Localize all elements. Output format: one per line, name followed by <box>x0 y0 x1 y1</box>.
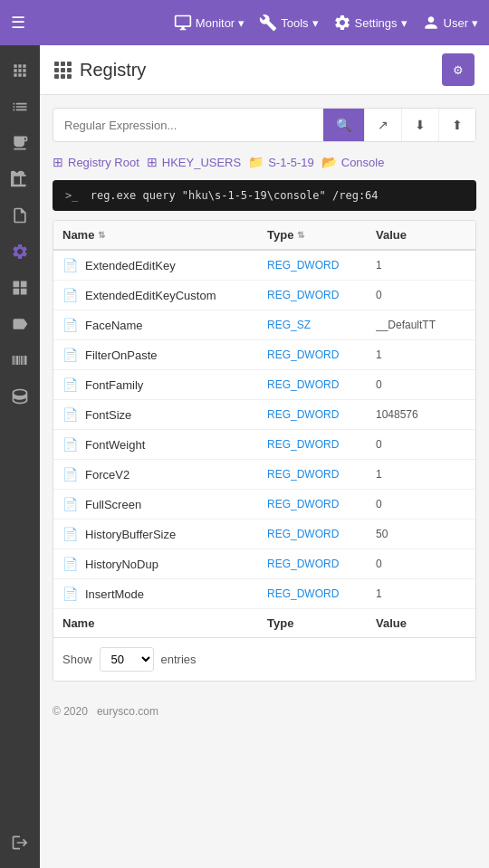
sidebar-item-windows[interactable] <box>4 272 36 304</box>
settings-label: Settings <box>355 16 398 30</box>
download-button[interactable]: ⬇ <box>401 109 438 141</box>
command-bar: >_ reg.exe query "hku\s-1-5-19\console" … <box>53 180 476 211</box>
table-row[interactable]: 📄ForceV2 REG_DWORD 1 <box>53 460 475 490</box>
sidebar-item-network[interactable] <box>4 54 36 87</box>
file-icon: 📄 <box>62 467 78 482</box>
pill-s-1-5-19-label: S-1-5-19 <box>268 156 314 169</box>
show-label: Show <box>62 653 92 666</box>
tools-label: Tools <box>281 16 308 30</box>
pill-console-label: Console <box>341 156 385 169</box>
col-value-header: Value <box>376 228 466 242</box>
table-row[interactable]: 📄InsertMode REG_DWORD 1 <box>53 579 475 609</box>
sidebar-item-list[interactable] <box>4 127 36 159</box>
table-row[interactable]: 📄ExtendedEditKey REG_DWORD 1 <box>53 251 475 281</box>
sidebar-item-barcode[interactable] <box>4 344 36 377</box>
table-row[interactable]: 📄HistoryBufferSize REG_DWORD 50 <box>53 520 475 549</box>
file-icon: 📄 <box>62 258 78 272</box>
pill-registry-root-label: Registry Root <box>68 156 139 169</box>
table-row[interactable]: 📄FaceName REG_SZ __DefaultTT <box>53 310 475 340</box>
cmd-prompt: >_ <box>65 189 78 202</box>
file-icon: 📄 <box>62 497 78 511</box>
sidebar-item-chart[interactable] <box>4 91 36 123</box>
settings-button[interactable]: Settings ▾ <box>333 14 408 32</box>
table-row[interactable]: 📄FullScreen REG_DWORD 0 <box>53 490 475 520</box>
table-header: Name ⇅ Type ⇅ Value <box>53 221 475 251</box>
table-row[interactable]: 📄ExtendedEditKeyCustom REG_DWORD 0 <box>53 281 475 310</box>
grid-icon <box>54 62 71 78</box>
file-icon-red: 📄 <box>62 318 78 332</box>
monitor-label: Monitor <box>196 16 235 30</box>
pill-console[interactable]: 📂 Console <box>321 155 385 169</box>
page-title: Registry <box>80 60 146 81</box>
file-icon: 📄 <box>62 437 78 452</box>
entries-select[interactable]: 10 25 50 100 <box>100 647 154 672</box>
top-nav: ☰ Monitor ▾ Tools ▾ Settings ▾ User ▾ <box>0 0 489 45</box>
col-type-header[interactable]: Type ⇅ <box>267 228 367 242</box>
sidebar <box>0 45 40 868</box>
entries-label: entries <box>161 653 197 666</box>
folder-open-icon: 📂 <box>321 155 337 169</box>
file-icon: 📄 <box>62 348 78 362</box>
file-icon: 📄 <box>62 557 78 571</box>
table-row[interactable]: 📄HistoryNoDup REG_DWORD 0 <box>53 549 475 579</box>
search-bar: 🔍 ↗ ⬇ ⬆ <box>53 108 476 142</box>
file-icon: 📄 <box>62 288 78 302</box>
page-footer: © 2020 eurysco.com <box>40 694 489 729</box>
user-label: User <box>444 16 468 30</box>
nav-pills: ⊞ Registry Root ⊞ HKEY_USERS 📁 S-1-5-19 … <box>53 155 476 169</box>
table-row[interactable]: 📄FontWeight REG_DWORD 0 <box>53 430 475 460</box>
file-icon: 📄 <box>62 527 78 541</box>
upload-button[interactable]: ⬆ <box>438 109 475 141</box>
table-row[interactable]: 📄FontFamily REG_DWORD 0 <box>53 370 475 400</box>
file-icon: 📄 <box>62 587 78 601</box>
table-row[interactable]: 📄FilterOnPaste REG_DWORD 1 <box>53 340 475 370</box>
hamburger-icon[interactable]: ☰ <box>11 13 25 33</box>
sidebar-item-database[interactable] <box>4 380 36 413</box>
user-button[interactable]: User ▾ <box>422 14 478 32</box>
sidebar-item-signout[interactable] <box>4 826 36 859</box>
grid-pill-icon-2: ⊞ <box>147 155 158 169</box>
registry-table: Name ⇅ Type ⇅ Value 📄ExtendedEditKey REG… <box>53 220 476 682</box>
export-button[interactable]: ↗ <box>364 109 401 141</box>
page-header: Registry ⚙ <box>40 45 489 95</box>
domain: eurysco.com <box>97 705 158 718</box>
file-icon: 📄 <box>62 377 78 392</box>
copyright: © 2020 <box>53 705 88 718</box>
grid-pill-icon: ⊞ <box>53 155 63 169</box>
main-content: Registry ⚙ 🔍 ↗ ⬇ ⬆ ⊞ Registry Root ⊞ <box>40 45 489 868</box>
sidebar-item-inventory[interactable] <box>4 163 36 196</box>
pill-s-1-5-19[interactable]: 📁 S-1-5-19 <box>248 155 314 169</box>
monitor-button[interactable]: Monitor ▾ <box>174 14 244 32</box>
file-icon: 📄 <box>62 407 78 422</box>
show-entries: Show 10 25 50 100 entries <box>53 638 475 681</box>
gear-button[interactable]: ⚙ <box>442 53 475 86</box>
pill-hkey-users-label: HKEY_USERS <box>162 156 241 169</box>
folder-icon: 📁 <box>248 155 264 169</box>
col-name-header[interactable]: Name ⇅ <box>62 228 258 242</box>
cmd-text: reg.exe query "hku\s-1-5-19\console" /re… <box>91 189 379 202</box>
search-button[interactable]: 🔍 <box>323 109 364 141</box>
tools-button[interactable]: Tools ▾ <box>259 14 318 32</box>
table-row[interactable]: 📄FontSize REG_DWORD 1048576 <box>53 400 475 430</box>
pill-hkey-users[interactable]: ⊞ HKEY_USERS <box>147 155 241 169</box>
table-footer-header: Name Type Value <box>53 609 475 638</box>
search-input[interactable] <box>53 110 323 141</box>
sidebar-item-tag[interactable] <box>4 308 36 340</box>
sidebar-item-settings[interactable] <box>4 235 36 268</box>
sort-name-icon: ⇅ <box>98 230 105 240</box>
pill-registry-root[interactable]: ⊞ Registry Root <box>53 155 139 169</box>
sidebar-item-document[interactable] <box>4 199 36 232</box>
sort-type-icon: ⇅ <box>297 230 304 240</box>
